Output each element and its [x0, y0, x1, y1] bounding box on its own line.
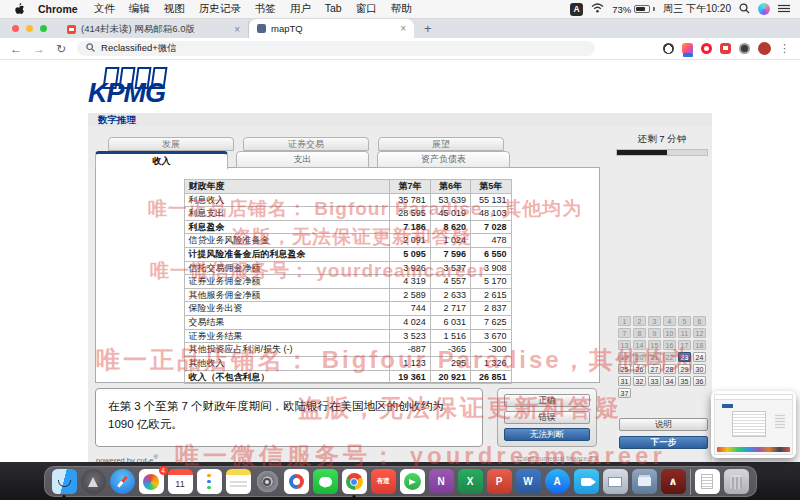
extension-mail-icon[interactable]: [720, 43, 731, 54]
question-number-cell[interactable]: 1: [618, 316, 631, 326]
question-number-cell[interactable]: 32: [633, 376, 646, 386]
dock-icon-chrome[interactable]: 1: [342, 469, 367, 494]
dock-icon-powerpoint[interactable]: P: [487, 469, 512, 494]
question-number-cell[interactable]: 36: [693, 376, 706, 386]
instructions-button[interactable]: 说明: [619, 418, 708, 431]
dock-icon-notes[interactable]: [226, 469, 251, 494]
question-number-cell[interactable]: 35: [678, 376, 691, 386]
dock-icon-sunlogin[interactable]: [284, 469, 309, 494]
menu-item[interactable]: 文件: [94, 2, 115, 14]
question-number-cell[interactable]: 21: [648, 352, 661, 362]
question-number-cell[interactable]: 17: [678, 340, 691, 350]
answer-button[interactable]: 错误: [504, 411, 590, 424]
question-number-cell[interactable]: 5: [678, 316, 691, 326]
extension-dark-icon[interactable]: [739, 43, 750, 54]
question-number-cell[interactable]: 13: [618, 340, 631, 350]
question-number-cell[interactable]: 6: [693, 316, 706, 326]
dock-icon-archive-box[interactable]: [632, 469, 657, 494]
wifi-icon[interactable]: [591, 3, 604, 15]
menu-item[interactable]: Tab: [325, 2, 342, 14]
question-number-cell[interactable]: 33: [648, 376, 661, 386]
question-number-cell[interactable]: 28: [663, 364, 676, 374]
question-number-cell[interactable]: 34: [663, 376, 676, 386]
next-button[interactable]: 下一步: [619, 436, 708, 449]
question-number-cell[interactable]: 3: [648, 316, 661, 326]
dock-icon-safari[interactable]: [110, 469, 135, 494]
page-tab[interactable]: 发展: [108, 137, 234, 151]
question-number-cell[interactable]: 7: [618, 328, 631, 338]
question-number-cell[interactable]: 4: [663, 316, 676, 326]
browser-tab-mail[interactable]: (414封未读) 网易邮箱6.0版 ×: [59, 21, 249, 38]
question-number-cell[interactable]: 29: [678, 364, 691, 374]
input-method-icon[interactable]: A: [570, 3, 583, 16]
forward-icon[interactable]: →: [33, 43, 45, 55]
menu-app-name[interactable]: Chrome: [38, 3, 78, 15]
question-number-cell[interactable]: 15: [648, 340, 661, 350]
menu-item[interactable]: 用户: [290, 2, 311, 14]
page-tab[interactable]: 资产负债表: [377, 151, 510, 168]
dock-icon-finder[interactable]: 1: [52, 469, 77, 494]
notification-center-icon[interactable]: [778, 3, 790, 15]
menu-item[interactable]: 历史记录: [199, 2, 241, 14]
question-number-cell[interactable]: 19: [618, 352, 631, 362]
menu-clock[interactable]: 周三 下午10:20: [663, 2, 731, 16]
page-tab[interactable]: 支出: [236, 151, 369, 168]
apple-menu-icon[interactable]: [14, 3, 25, 16]
page-tab[interactable]: 收入: [95, 151, 228, 169]
dock-icon-app-store[interactable]: A: [545, 469, 570, 494]
page-tab[interactable]: 展望: [378, 137, 504, 151]
answer-button[interactable]: 正确: [504, 394, 590, 407]
dock-icon-telegram[interactable]: [400, 469, 425, 494]
extension-panda-icon[interactable]: [663, 43, 674, 54]
dock-icon-trash[interactable]: [724, 469, 749, 494]
menu-item[interactable]: 编辑: [129, 2, 150, 14]
tab-close-icon[interactable]: ×: [234, 25, 240, 35]
dock-icon-word[interactable]: W: [516, 469, 541, 494]
answer-button[interactable]: 无法判断: [504, 428, 590, 441]
question-number-cell[interactable]: 8: [633, 328, 646, 338]
menu-item[interactable]: 书签: [255, 2, 276, 14]
profile-avatar[interactable]: [758, 42, 771, 55]
dock-icon-launchpad[interactable]: [81, 469, 106, 494]
question-number-cell[interactable]: 22: [663, 352, 676, 362]
dock-icon-acrobat[interactable]: ∧: [661, 469, 686, 494]
question-number-cell[interactable]: 37: [618, 388, 631, 398]
browser-tab-maptq[interactable]: mapTQ ×: [249, 19, 414, 38]
menu-item[interactable]: 窗口: [356, 2, 377, 14]
menu-item[interactable]: 帮助: [391, 2, 412, 14]
close-window-button[interactable]: [12, 25, 19, 32]
dock-icon-reminders[interactable]: [197, 469, 222, 494]
question-number-cell[interactable]: 12: [693, 328, 706, 338]
reload-icon[interactable]: ↻: [56, 43, 66, 55]
question-number-cell[interactable]: 16: [663, 340, 676, 350]
question-number-cell[interactable]: 20: [633, 352, 646, 362]
dock-icon-onenote[interactable]: N: [429, 469, 454, 494]
question-number-cell[interactable]: 31: [618, 376, 631, 386]
battery-indicator[interactable]: 73%: [612, 4, 655, 15]
question-number-cell[interactable]: 18: [693, 340, 706, 350]
question-number-cell[interactable]: 14: [633, 340, 646, 350]
extension-opera-icon[interactable]: [701, 43, 712, 54]
question-number-cell[interactable]: 30: [693, 364, 706, 374]
question-number-cell[interactable]: 26: [633, 364, 646, 374]
question-number-cell[interactable]: 2: [633, 316, 646, 326]
browser-menu-icon[interactable]: ⋮: [779, 43, 790, 54]
minimize-window-button[interactable]: [26, 25, 33, 32]
question-number-cell[interactable]: 11: [678, 328, 691, 338]
dock-icon-photos[interactable]: 4: [139, 469, 164, 494]
spotlight-icon[interactable]: [739, 3, 750, 16]
dock-icon-excel[interactable]: X: [458, 469, 483, 494]
dock-icon-calendar[interactable]: 11: [168, 469, 193, 494]
menu-item[interactable]: 视图: [164, 2, 185, 14]
question-number-cell[interactable]: 9: [648, 328, 661, 338]
dock-icon-facetime[interactable]: [574, 469, 599, 494]
page-tab[interactable]: 证券交易: [243, 137, 369, 151]
dock-icon-system-preferences[interactable]: [255, 469, 280, 494]
address-bar[interactable]: Reclassified+微信: [77, 41, 595, 56]
question-number-cell[interactable]: 23: [678, 352, 691, 362]
dock-icon-preview[interactable]: [603, 469, 628, 494]
back-icon[interactable]: ←: [10, 43, 22, 55]
question-number-cell[interactable]: 27: [648, 364, 661, 374]
tab-close-icon[interactable]: ×: [400, 24, 406, 34]
question-number-cell[interactable]: 25: [618, 364, 631, 374]
